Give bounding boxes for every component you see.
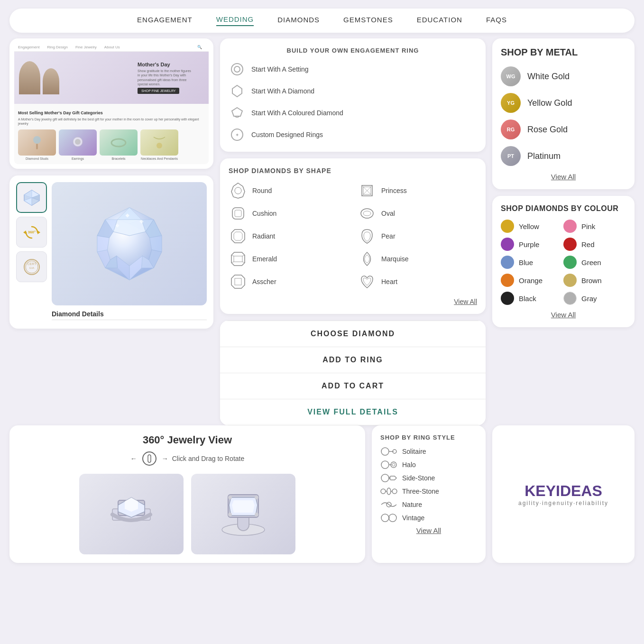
ring-previews[interactable] [18, 474, 357, 554]
shape-round[interactable]: Round [229, 181, 348, 200]
thumb-diamond-studs[interactable]: Diamond Studs [18, 129, 56, 160]
style-vintage[interactable]: Vintage [380, 513, 477, 523]
svg-marker-72 [125, 497, 138, 512]
diamond-thumb-360[interactable]: 360° [16, 217, 47, 248]
shape-pear[interactable]: Pear [358, 227, 477, 246]
nav-gemstones[interactable]: GEMSTONES [343, 16, 393, 26]
option-coloured-diamond[interactable]: Start With A Coloured Diamond [229, 104, 477, 121]
ring-styles-view-all[interactable]: View All [380, 526, 477, 534]
thumb-necklaces[interactable]: Necklaces And Pendants [140, 129, 178, 160]
add-to-ring-button[interactable]: ADD TO RING [220, 347, 486, 373]
diamond-main-image [52, 182, 207, 305]
style-nature[interactable]: Nature [380, 500, 477, 509]
svg-point-40 [234, 66, 240, 72]
svg-text:✦: ✦ [235, 132, 239, 138]
nav-engagement[interactable]: ENGAGEMENT [137, 16, 193, 26]
style-three-stone[interactable]: Three-Stone [380, 487, 477, 496]
svg-point-4 [111, 139, 126, 147]
solitaire-label: Solitaire [402, 448, 426, 455]
svg-line-49 [367, 185, 372, 191]
add-to-cart-button[interactable]: ADD TO CART [220, 373, 486, 399]
hero-text: Mother's Day Show gratitude to the mothe… [138, 62, 194, 93]
red-dot [563, 238, 577, 251]
shape-princess[interactable]: Princess [358, 181, 477, 200]
metal-white-gold[interactable]: WG White Gold [501, 66, 626, 86]
three-stone-label: Three-Stone [402, 488, 439, 495]
shape-heart[interactable]: Heart [358, 272, 477, 291]
option-custom[interactable]: ✦ Custom Designed Rings [229, 126, 477, 143]
colour-orange[interactable]: Orange [501, 274, 563, 287]
browser-tab4: About Us [104, 45, 120, 49]
choose-diamond-button[interactable]: CHOOSE DIAMOND [220, 321, 486, 347]
purple-dot [501, 238, 514, 251]
style-side-stone[interactable]: Side-Stone [380, 473, 477, 483]
svg-rect-81 [255, 513, 258, 516]
metal-yellow-gold[interactable]: YG Yellow Gold [501, 93, 626, 113]
colour-gray[interactable]: Gray [563, 292, 626, 305]
hero-button[interactable]: SHOP FINE JEWELRY [138, 88, 179, 94]
thumb-label-studs: Diamond Studs [18, 157, 56, 160]
shape-radiant[interactable]: Radiant [229, 227, 348, 246]
nav-education[interactable]: EDUCATION [417, 16, 462, 26]
svg-point-39 [231, 64, 243, 75]
shop-by-colour-title: SHOP DIAMONDS BY COLOUR [501, 204, 626, 213]
view-full-details-button[interactable]: VIEW FULL DETAILS [220, 399, 486, 425]
colour-brown[interactable]: Brown [563, 274, 626, 287]
colour-purple[interactable]: Purple [501, 238, 563, 251]
colour-green[interactable]: Green [563, 256, 626, 269]
cushion-label: Cushion [252, 210, 276, 217]
yg-badge: YG [501, 93, 521, 113]
style-solitaire[interactable]: Solitaire [380, 447, 477, 456]
shapes-view-all[interactable]: View All [229, 298, 477, 305]
thumb-earrings[interactable]: Earrings [59, 129, 97, 160]
metal-list: WG White Gold YG Yellow Gold RG Rose Gol… [501, 66, 626, 166]
build-ring-title: BUILD YOUR OWN ENGAGEMENT RING [229, 47, 477, 54]
option-start-diamond[interactable]: Start With A Diamond [229, 83, 477, 100]
shape-asscher[interactable]: Asscher [229, 272, 348, 291]
pear-label: Pear [381, 232, 396, 240]
shape-emerald[interactable]: Emerald [229, 249, 348, 268]
browser-bar: Engagement Ring Design Fine Jewelry Abou… [14, 43, 209, 52]
shape-cushion[interactable]: Cushion [229, 204, 348, 223]
asscher-label: Asscher [252, 278, 276, 285]
white-gold-label: White Gold [527, 72, 570, 82]
ring-preview-2[interactable] [191, 474, 295, 554]
svg-rect-65 [235, 278, 241, 285]
colour-red[interactable]: Red [563, 238, 626, 251]
nav-wedding[interactable]: WEDDING [216, 15, 254, 26]
style-halo[interactable]: Halo [380, 460, 477, 469]
shop-diamonds-card: SHOP DIAMONDS BY SHAPE Round Princess [220, 158, 486, 314]
nav-faqs[interactable]: FAQs [486, 16, 507, 26]
diamond-thumb-cert[interactable]: CERT GIA [16, 251, 47, 282]
colour-yellow[interactable]: Yellow [501, 220, 563, 233]
colour-black[interactable]: Black [501, 292, 563, 305]
nav-diamonds[interactable]: DIAMONDS [277, 16, 320, 26]
thumb-label-necklaces: Necklaces And Pendants [140, 157, 178, 160]
option-start-setting[interactable]: Start With A Setting [229, 61, 477, 78]
ring-style-list: Solitaire Halo Side-Stone Three-Stone [380, 447, 477, 523]
metals-view-all[interactable]: View All [501, 173, 626, 181]
shapes-grid: Round Princess Cushion [229, 181, 477, 291]
svg-marker-41 [232, 85, 242, 97]
colours-view-all[interactable]: View All [501, 311, 626, 319]
brand-name: KEYIDEAS [524, 482, 602, 500]
metal-rose-gold[interactable]: RG Rose Gold [501, 120, 626, 139]
svg-marker-77 [232, 500, 255, 513]
colour-blue[interactable]: Blue [501, 256, 563, 269]
view360-instructions: ← → Click and Drag to Rotate [18, 450, 357, 467]
option-diamond-label: Start With A Diamond [251, 87, 314, 95]
svg-rect-1 [36, 144, 38, 149]
ring-preview-1[interactable] [79, 474, 184, 554]
svg-marker-44 [231, 183, 245, 198]
shape-oval[interactable]: Oval [358, 204, 477, 223]
metal-platinum[interactable]: PT Platinum [501, 146, 626, 166]
thumb-label-bracelets: Bracelets [100, 157, 138, 160]
website-preview-card: Engagement Ring Design Fine Jewelry Abou… [9, 38, 213, 169]
diamond-thumb-1[interactable] [16, 182, 47, 213]
solitaire-icon [380, 447, 397, 456]
thumb-bracelets[interactable]: Bracelets [100, 129, 138, 160]
shape-marquise[interactable]: Marquise [358, 249, 477, 268]
browser-search[interactable]: 🔍 [197, 45, 202, 49]
colour-pink[interactable]: Pink [563, 220, 626, 233]
preview-description: A Mother's Day jewelry gift will definit… [18, 117, 205, 126]
